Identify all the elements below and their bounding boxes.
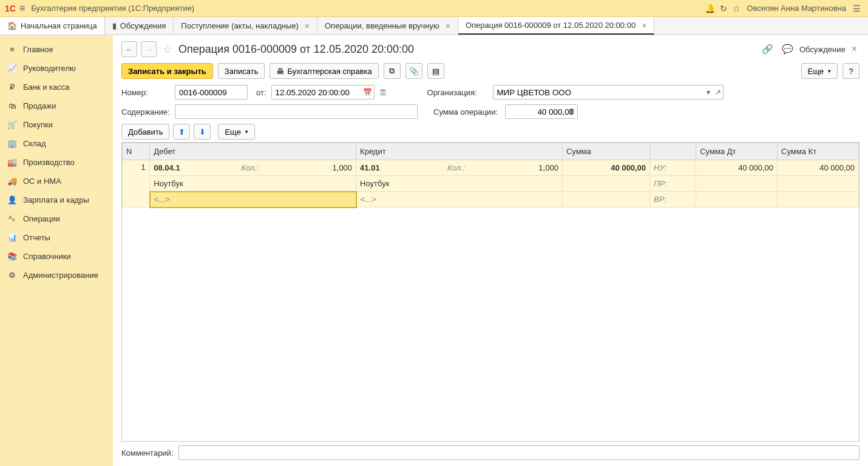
cell-pr-kt[interactable]: [778, 176, 859, 192]
hamburger-icon[interactable]: ≡: [19, 3, 25, 14]
content-label: Содержание:: [121, 107, 170, 116]
structure-button[interactable]: ⧉: [384, 63, 401, 79]
cell-sum[interactable]: 40 000,00: [562, 160, 649, 176]
date-mode-icon[interactable]: 🗓: [379, 88, 387, 97]
cell-nu-dt[interactable]: 40 000,00: [696, 160, 778, 176]
cell-nu-kt[interactable]: 40 000,00: [778, 160, 859, 176]
sum-label: Сумма операции:: [433, 107, 500, 116]
report-button[interactable]: 🖶 Бухгалтерская справка: [270, 63, 378, 79]
col-n[interactable]: N: [123, 143, 150, 160]
postings-table: N Дебет Кредит Сумма Сумма Дт Сумма Кт 1…: [121, 142, 860, 442]
calendar-icon[interactable]: 📅: [363, 88, 372, 96]
menu-icon: ≡: [7, 45, 17, 54]
star-icon[interactable]: ☆: [730, 4, 744, 13]
warehouse-icon: 🏢: [7, 139, 17, 148]
sidebar-item-operations[interactable]: ᴬₖОперации: [0, 209, 113, 228]
sidebar-item-payroll[interactable]: 👤Зарплата и кадры: [0, 191, 113, 209]
col-type[interactable]: [650, 143, 696, 160]
col-debit[interactable]: Дебет: [150, 143, 356, 160]
close-icon[interactable]: ×: [642, 21, 646, 30]
col-sum[interactable]: Сумма: [562, 143, 649, 160]
sidebar-item-purchases[interactable]: 🛒Покупки: [0, 115, 113, 134]
cell-pr-label: ПР:: [650, 176, 696, 192]
app-title: Бухгалтерия предприятия (1С:Предприятие): [31, 4, 703, 13]
more-button[interactable]: Еще▾: [801, 63, 838, 79]
sidebar-item-warehouse[interactable]: 🏢Склад: [0, 134, 113, 153]
save-close-button[interactable]: Записать и закрыть: [121, 63, 213, 79]
cell-credit-subconto1[interactable]: Ноутбук: [356, 176, 563, 192]
sidebar-item-label: Операции: [23, 214, 60, 223]
tab-label: Операции, введенные вручную: [325, 21, 439, 30]
add-row-button[interactable]: Добавить: [121, 124, 169, 140]
comment-input[interactable]: [178, 445, 860, 460]
dropdown-icon[interactable]: ▾: [707, 88, 710, 96]
cell-vr-kt[interactable]: [778, 192, 859, 208]
credit-qty: 1,000: [467, 163, 558, 172]
discussion-label[interactable]: Обсуждение: [799, 45, 846, 54]
page-close-button[interactable]: ×: [849, 44, 860, 55]
org-label: Организация:: [427, 88, 488, 97]
list-button[interactable]: ▤: [427, 63, 444, 79]
cell-credit-account[interactable]: 41.01 Кол.: 1,000: [356, 160, 563, 176]
table-row[interactable]: <...> <...> ВР:: [123, 192, 859, 208]
org-input[interactable]: [493, 85, 724, 100]
cart-icon: 🛒: [7, 120, 17, 129]
col-sumdt[interactable]: Сумма Дт: [696, 143, 778, 160]
date-input[interactable]: [271, 85, 375, 100]
move-up-button[interactable]: ⬆: [173, 124, 190, 140]
sidebar-item-production[interactable]: 🏭Производство: [0, 153, 113, 172]
attach-button[interactable]: 📎: [405, 63, 422, 79]
discussion-icon[interactable]: 💬: [779, 44, 796, 55]
tab-receipts[interactable]: Поступление (акты, накладные) ×: [174, 17, 317, 35]
bell-icon[interactable]: 🔔: [704, 4, 717, 13]
sidebar-item-sales[interactable]: 🛍Продажи: [0, 96, 113, 115]
help-button[interactable]: ?: [843, 63, 860, 79]
sidebar-item-main[interactable]: ≡Главное: [0, 40, 113, 59]
col-sumkt[interactable]: Сумма Кт: [778, 143, 859, 160]
tab-label: Операция 0016-000009 от 12.05.2020 20:00…: [466, 21, 636, 30]
cell-debit-subconto1[interactable]: Ноутбук: [150, 176, 356, 192]
save-button[interactable]: Записать: [218, 63, 265, 79]
cell-debit-account[interactable]: 08.04.1 Кол.: 1,000: [150, 160, 356, 176]
col-credit[interactable]: Кредит: [356, 143, 563, 160]
tab-label: Начальная страница: [21, 21, 97, 30]
form-row-number: Номер: от: 📅 🗓 Организация: ▾ ↗: [121, 85, 860, 100]
sidebar-item-fixed-assets[interactable]: 🚚ОС и НМА: [0, 172, 113, 191]
current-user[interactable]: Овсепян Анна Мартиновна: [747, 4, 846, 13]
sidebar-item-reports[interactable]: 📊Отчеты: [0, 228, 113, 247]
home-icon: 🏠: [7, 21, 17, 30]
calculator-icon[interactable]: 🖩: [568, 107, 575, 116]
sidebar-item-label: Производство: [23, 158, 75, 167]
tab-manual-ops[interactable]: Операции, введенные вручную ×: [317, 17, 458, 35]
sidebar-item-catalogs[interactable]: 📚Справочники: [0, 247, 113, 266]
sidebar-item-label: Администрирование: [23, 271, 98, 280]
sidebar-item-admin[interactable]: ⚙Администрирование: [0, 266, 113, 285]
history-icon[interactable]: ↻: [717, 4, 730, 13]
cell-vr-dt[interactable]: [696, 192, 778, 208]
favorite-star-icon[interactable]: ☆: [163, 42, 172, 56]
close-icon[interactable]: ×: [446, 21, 450, 31]
table-more-button[interactable]: Еще▾: [218, 124, 254, 140]
table-row[interactable]: Ноутбук Ноутбук ПР:: [123, 176, 859, 192]
nav-back-button[interactable]: ←: [121, 41, 137, 57]
sidebar-item-label: Склад: [23, 139, 46, 148]
close-icon[interactable]: ×: [305, 21, 310, 31]
move-down-button[interactable]: ⬇: [194, 124, 211, 140]
settings-icon[interactable]: ☰: [850, 4, 863, 13]
tab-home[interactable]: 🏠 Начальная страница: [0, 17, 105, 35]
sum-input[interactable]: [505, 104, 578, 119]
sidebar-item-bank[interactable]: ₽Банк и касса: [0, 78, 113, 96]
cell-empty: [562, 176, 649, 192]
cell-pr-dt[interactable]: [696, 176, 778, 192]
table-row[interactable]: 1 08.04.1 Кол.: 1,000 41.01 Кол.: 1,000 …: [123, 160, 859, 176]
tab-operation-current[interactable]: Операция 0016-000009 от 12.05.2020 20:00…: [458, 17, 654, 35]
link-icon[interactable]: 🔗: [759, 44, 776, 55]
nav-forward-button[interactable]: →: [141, 41, 157, 57]
cell-credit-subconto2[interactable]: <...>: [356, 192, 563, 208]
tab-discussions[interactable]: ▮ Обсуждения: [105, 17, 174, 35]
sidebar-item-manager[interactable]: 📈Руководителю: [0, 59, 113, 78]
number-input[interactable]: [175, 85, 248, 100]
open-icon[interactable]: ↗: [715, 88, 721, 96]
cell-debit-subconto2-editing[interactable]: <...>: [150, 192, 356, 208]
content-input[interactable]: [175, 104, 418, 119]
